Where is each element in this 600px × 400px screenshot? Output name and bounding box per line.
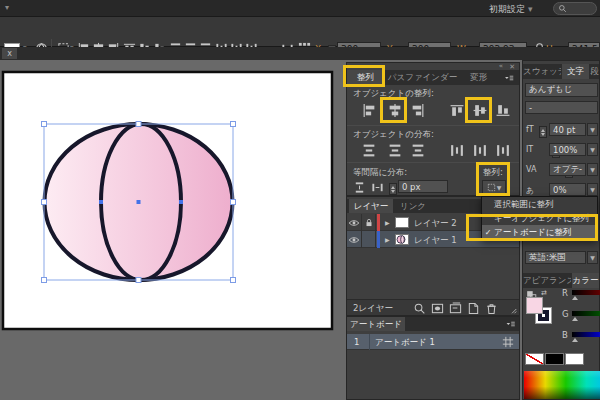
align-vertical-center-button[interactable] bbox=[472, 103, 488, 118]
white-swatch[interactable] bbox=[565, 353, 584, 365]
window-menu-icon[interactable]: ▾ bbox=[5, 3, 9, 12]
tab-artboard[interactable]: アートボード bbox=[347, 317, 405, 331]
distribute-right-button[interactable] bbox=[495, 143, 511, 158]
blue-channel-slider[interactable] bbox=[572, 332, 600, 337]
expand-arrow-icon[interactable]: ▶ bbox=[385, 236, 390, 243]
layer-thumbnail[interactable] bbox=[395, 234, 409, 245]
horizontal-distribute-space-button[interactable] bbox=[371, 181, 384, 194]
layer-name[interactable]: レイヤー 1 bbox=[414, 235, 457, 247]
font-style-input[interactable]: - bbox=[525, 101, 598, 114]
align-to-label: 整列: bbox=[483, 167, 503, 179]
layer-color-bar bbox=[377, 214, 380, 231]
kerning-input[interactable]: オプテ- bbox=[549, 163, 586, 176]
align-top-button[interactable] bbox=[449, 103, 465, 118]
align-to-artboard-icon bbox=[487, 183, 496, 192]
spacing-stepper[interactable] bbox=[389, 183, 397, 195]
color-spectrum[interactable] bbox=[524, 371, 600, 399]
red-channel-slider[interactable] bbox=[572, 290, 600, 295]
visibility-icon[interactable] bbox=[348, 234, 360, 246]
artwork-canvas[interactable] bbox=[0, 60, 345, 400]
divider bbox=[347, 162, 519, 163]
delete-layer-icon[interactable] bbox=[485, 302, 498, 315]
workspace-switcher[interactable]: 初期設定 ▾ bbox=[489, 3, 532, 16]
tsume-input[interactable]: 0% bbox=[549, 183, 586, 196]
document-tab-close[interactable]: x bbox=[2, 48, 17, 59]
inner-ellipse[interactable] bbox=[101, 124, 181, 280]
expand-arrow-icon[interactable]: ▶ bbox=[385, 219, 390, 226]
artboard-marker-icon[interactable] bbox=[502, 336, 514, 348]
font-family-input[interactable]: あんずもじ bbox=[525, 83, 598, 97]
red-slider-marker[interactable] bbox=[572, 296, 578, 300]
tab-paragraph[interactable]: 段 bbox=[590, 64, 599, 79]
vertical-scale-icon: IT bbox=[526, 145, 533, 154]
vertical-scale-input[interactable]: 100% bbox=[549, 143, 586, 156]
tab-color[interactable]: カラー bbox=[572, 273, 599, 288]
align-horizontal-center-button[interactable] bbox=[387, 103, 403, 118]
distribute-horizontal-center-button[interactable] bbox=[472, 143, 488, 158]
divider bbox=[347, 125, 519, 126]
align-bottom-button[interactable] bbox=[495, 103, 511, 118]
distribute-vertical-center-button[interactable] bbox=[387, 143, 403, 158]
search-box[interactable] bbox=[553, 2, 597, 15]
search-icon bbox=[558, 4, 567, 13]
tab-transform[interactable]: 変形 bbox=[461, 70, 496, 85]
kerning-icon: VA bbox=[526, 165, 536, 174]
font-size-input[interactable]: 40 pt bbox=[549, 123, 586, 136]
collapse-panel-icon[interactable]: « bbox=[499, 62, 503, 70]
distribute-bottom-button[interactable] bbox=[410, 143, 426, 158]
layer-thumbnail[interactable] bbox=[395, 217, 409, 228]
menu-item-align-to-artboard[interactable]: ✓アートボードに整列 bbox=[482, 225, 597, 239]
lock-icon[interactable] bbox=[364, 217, 374, 228]
artboard-row[interactable]: 1 アートボード 1 bbox=[347, 334, 519, 350]
tab-layers[interactable]: レイヤー bbox=[349, 199, 393, 213]
panel-menu-icon[interactable] bbox=[504, 319, 517, 329]
none-swatch[interactable] bbox=[525, 353, 544, 365]
kerning-dropdown[interactable]: ▼ bbox=[587, 163, 598, 176]
tab-appearance[interactable]: アピアランス bbox=[523, 273, 571, 288]
red-channel-label: R bbox=[562, 288, 568, 298]
check-icon: ✓ bbox=[482, 226, 494, 239]
spacing-input[interactable]: 0 px bbox=[398, 180, 448, 193]
align-to-menu: 選択範囲に整列 キーオブジェクトに整列 ✓アートボードに整列 bbox=[481, 196, 598, 240]
new-layer-icon[interactable] bbox=[467, 302, 480, 315]
panel-menu-icon[interactable] bbox=[502, 73, 516, 83]
divider bbox=[369, 334, 370, 350]
tab-align[interactable]: 整列 bbox=[347, 70, 384, 85]
menu-item-align-to-key-object[interactable]: キーオブジェクトに整列 bbox=[482, 211, 597, 225]
tab-character[interactable]: 文字 bbox=[562, 64, 589, 79]
resize-grip-icon[interactable] bbox=[507, 304, 517, 314]
visibility-icon[interactable] bbox=[348, 217, 360, 229]
align-to-dropdown[interactable]: ▼ bbox=[482, 180, 506, 194]
black-swatch[interactable] bbox=[545, 353, 564, 365]
green-channel-slider[interactable] bbox=[572, 311, 600, 316]
make-clipping-mask-icon[interactable] bbox=[431, 302, 444, 315]
tab-pathfinder[interactable]: パスファインダー bbox=[385, 70, 460, 85]
layer-color-bar bbox=[377, 231, 380, 248]
locate-object-icon[interactable] bbox=[413, 302, 426, 315]
distribute-top-button[interactable] bbox=[361, 143, 377, 158]
layer-name[interactable]: レイヤー 2 bbox=[414, 218, 457, 230]
swap-fill-stroke-icon[interactable]: ⇄ bbox=[541, 289, 547, 297]
font-size-dropdown[interactable]: ▼ bbox=[587, 123, 598, 136]
document-tab-bar: x bbox=[0, 47, 600, 60]
green-slider-marker[interactable] bbox=[572, 317, 578, 321]
tsume-dropdown[interactable]: ▼ bbox=[587, 183, 598, 196]
align-left-button[interactable] bbox=[361, 103, 377, 118]
artboard-name[interactable]: アートボード 1 bbox=[375, 337, 435, 349]
tab-links[interactable]: リンク bbox=[395, 199, 431, 213]
font-size-stepper[interactable] bbox=[539, 126, 547, 138]
vertical-distribute-space-button[interactable] bbox=[353, 181, 366, 194]
blue-slider-marker[interactable] bbox=[572, 338, 578, 342]
new-sublayer-icon[interactable] bbox=[449, 302, 462, 315]
tab-swatches[interactable]: スウォッチ bbox=[523, 64, 561, 79]
vertical-scale-dropdown[interactable]: ▼ bbox=[587, 143, 598, 156]
language-select[interactable]: 英語:米国 bbox=[525, 251, 586, 264]
layer-count-label: 2レイヤー bbox=[353, 303, 393, 315]
fill-color-box[interactable] bbox=[526, 297, 543, 314]
language-dropdown[interactable]: ▼ bbox=[587, 251, 598, 264]
menu-item-align-to-selection[interactable]: 選択範囲に整列 bbox=[482, 197, 597, 211]
distribute-left-button[interactable] bbox=[449, 143, 465, 158]
align-right-button[interactable] bbox=[410, 103, 426, 118]
lock-toggle-empty[interactable] bbox=[362, 231, 376, 248]
artboard-panel: アートボード 1 アートボード 1 bbox=[346, 316, 520, 400]
